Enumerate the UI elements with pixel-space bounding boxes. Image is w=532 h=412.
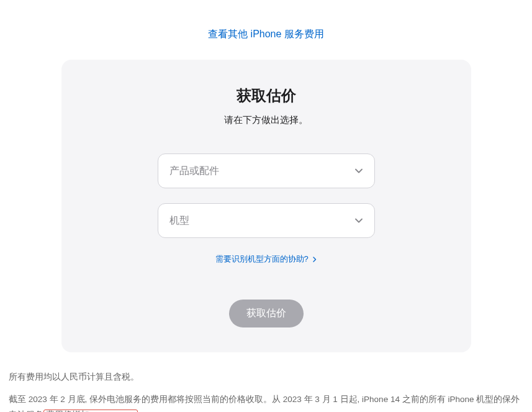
highlighted-price-change: 费用将增加 RMB 169。 <box>43 410 138 412</box>
model-select[interactable]: 机型 <box>158 203 375 238</box>
footnote-line1: 所有费用均以人民币计算且含税。 <box>9 370 523 385</box>
get-estimate-button[interactable]: 获取估价 <box>229 300 304 327</box>
footnote: 所有费用均以人民币计算且含税。 截至 2023 年 2 月底, 保外电池服务的费… <box>7 370 525 412</box>
identify-model-help-link[interactable]: 需要识别机型方面的协助? <box>215 254 317 263</box>
chevron-down-icon <box>354 216 363 225</box>
footnote-line2: 截至 2023 年 2 月底, 保外电池服务的费用都将按照当前的价格收取。从 2… <box>9 392 523 412</box>
product-select-placeholder: 产品或配件 <box>169 165 219 178</box>
product-select[interactable]: 产品或配件 <box>158 153 375 188</box>
help-link-label: 需要识别机型方面的协助? <box>215 254 309 263</box>
help-link-wrap: 需要识别机型方面的协助? <box>86 253 446 265</box>
card-subtitle: 请在下方做出选择。 <box>86 114 446 126</box>
chevron-right-icon <box>313 255 317 264</box>
other-services-link-wrap: 查看其他 iPhone 服务费用 <box>7 0 525 60</box>
estimate-card: 获取估价 请在下方做出选择。 产品或配件 机型 需要识别机型方面的协助? 获取估… <box>61 60 471 352</box>
chevron-down-icon <box>354 167 363 175</box>
model-select-placeholder: 机型 <box>169 214 189 227</box>
other-services-link[interactable]: 查看其他 iPhone 服务费用 <box>208 29 324 39</box>
card-title: 获取估价 <box>86 86 446 106</box>
